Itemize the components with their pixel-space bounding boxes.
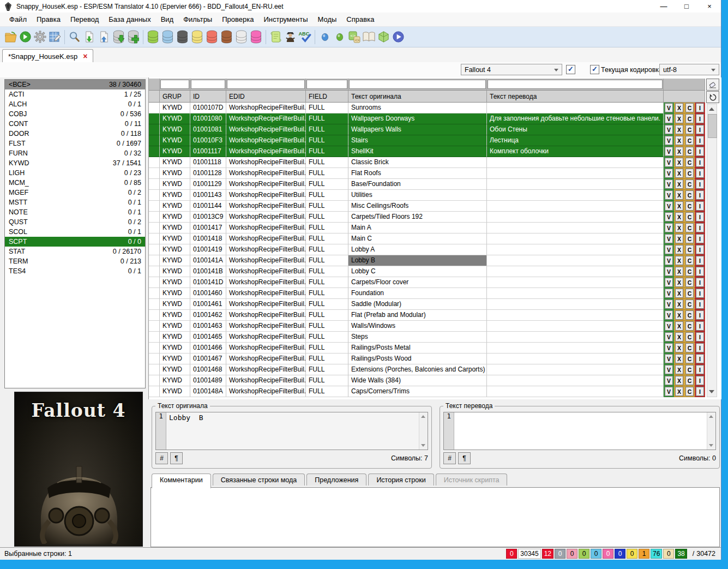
ignore-row-button[interactable]: I	[695, 157, 705, 168]
copy-row-button[interactable]: C	[684, 343, 695, 354]
cell-id[interactable]: 01001468	[190, 364, 226, 375]
header-edid[interactable]: EDID	[226, 91, 306, 103]
copy-row-button[interactable]: C	[684, 310, 695, 321]
row-marker[interactable]	[149, 223, 160, 233]
cell-translation-text[interactable]	[487, 310, 664, 321]
row-marker[interactable]	[149, 375, 160, 386]
cell-id[interactable]: 010013C9	[190, 212, 226, 223]
cell-translation-text[interactable]	[487, 244, 664, 255]
filter-translation-input[interactable]	[488, 80, 663, 89]
cell-edid[interactable]: WorkshopRecipeFilterBuil...	[226, 168, 306, 179]
cell-original-text[interactable]: Lobby C	[348, 266, 487, 277]
cell-field[interactable]: FULL	[306, 332, 348, 343]
db-green-icon[interactable]	[146, 29, 160, 45]
copy-row-button[interactable]: C	[684, 354, 695, 364]
cell-original-text[interactable]: Main A	[348, 223, 487, 233]
reject-row-button[interactable]: X	[674, 168, 684, 179]
cell-grup[interactable]: KYWD	[160, 364, 190, 375]
bottom-tab[interactable]: Источник скрипта	[436, 474, 508, 486]
cell-original-text[interactable]: Extensions (Porches, Balconies and Carpo…	[348, 364, 487, 375]
cell-grup[interactable]: KYWD	[160, 190, 190, 201]
copy-row-button[interactable]: C	[684, 135, 695, 146]
cell-edid[interactable]: WorkshopRecipeFilterBuil...	[226, 212, 306, 223]
cell-translation-text[interactable]	[487, 168, 664, 179]
validate-row-button[interactable]: V	[664, 146, 674, 157]
cell-edid[interactable]: WorkshopRecipeFilterBuil...	[226, 157, 306, 168]
menu-item[interactable]: Инструменты	[258, 14, 312, 25]
cell-field[interactable]: FULL	[306, 135, 348, 146]
save-import-icon[interactable]	[82, 29, 97, 45]
cell-field[interactable]: FULL	[306, 223, 348, 233]
cell-field[interactable]: FULL	[306, 288, 348, 299]
db-yellow-icon[interactable]	[190, 29, 204, 45]
dictionary-book-icon[interactable]	[362, 29, 376, 45]
row-marker[interactable]	[149, 343, 160, 354]
encoding-checkbox[interactable]: ✓	[590, 65, 599, 74]
record-group-item[interactable]: MSTT 0 / 1	[5, 197, 145, 207]
bottom-tab[interactable]: Комментарии	[152, 474, 211, 488]
ignore-row-button[interactable]: I	[695, 310, 705, 321]
hash-button[interactable]: #	[155, 452, 168, 464]
validate-row-button[interactable]: V	[664, 310, 674, 321]
copy-row-button[interactable]: C	[684, 375, 695, 386]
open-folder-icon[interactable]	[3, 29, 18, 45]
translate-grid-icon[interactable]	[47, 29, 62, 45]
cell-original-text[interactable]: Misc Ceilings/Roofs	[348, 201, 487, 212]
copy-row-button[interactable]: C	[684, 321, 695, 332]
cell-id[interactable]: 01001143	[190, 190, 226, 201]
validate-row-button[interactable]: V	[664, 364, 674, 375]
cell-original-text[interactable]: Flat (Prefab and Modular)	[348, 310, 487, 321]
db-black-icon[interactable]	[175, 29, 190, 45]
option-checkbox[interactable]: ✓	[566, 65, 575, 74]
tab-close-icon[interactable]: ×	[83, 52, 87, 61]
cell-edid[interactable]: WorkshopRecipeFilterBuil...	[226, 266, 306, 277]
reject-row-button[interactable]: X	[674, 386, 684, 397]
cell-translation-text[interactable]	[487, 364, 664, 375]
close-button[interactable]: ×	[698, 0, 721, 13]
copy-row-button[interactable]: C	[684, 244, 695, 255]
filter-edid-input[interactable]	[227, 80, 305, 89]
cell-edid[interactable]: WorkshopRecipeFilterBuil...	[226, 179, 306, 190]
scroll-up-icon[interactable]	[709, 415, 713, 418]
record-group-item[interactable]: CONT 0 / 11	[5, 119, 145, 129]
cell-edid[interactable]: WorkshopRecipeFilterBuil...	[226, 343, 306, 354]
paragraph-marks-button[interactable]: ¶	[170, 452, 183, 464]
validate-row-button[interactable]: V	[664, 288, 674, 299]
cell-edid[interactable]: WorkshopRecipeFilterBuil...	[226, 288, 306, 299]
db-blue-icon[interactable]	[160, 29, 175, 45]
row-marker[interactable]	[149, 244, 160, 255]
reject-row-button[interactable]: X	[674, 277, 684, 288]
cell-translation-text[interactable]	[487, 386, 664, 397]
menu-item[interactable]: Моды	[313, 14, 342, 25]
copy-row-button[interactable]: C	[684, 124, 695, 135]
cell-original-text[interactable]: Lobby B	[348, 255, 487, 266]
record-group-item[interactable]: TES4 0 / 1	[5, 266, 145, 276]
cell-translation-text[interactable]	[487, 266, 664, 277]
record-group-item[interactable]: SCPT 0 / 0	[5, 237, 145, 247]
row-marker[interactable]	[149, 168, 160, 179]
cell-id[interactable]: 01001117	[190, 146, 226, 157]
cell-grup[interactable]: KYWD	[160, 233, 190, 244]
validate-row-button[interactable]: V	[664, 103, 674, 113]
cell-id[interactable]: 01001118	[190, 157, 226, 168]
cell-translation-text[interactable]	[487, 223, 664, 233]
document-tab[interactable]: *Snappy_HouseK.esp ×	[2, 49, 93, 63]
reject-row-button[interactable]: X	[674, 332, 684, 343]
cell-original-text[interactable]: Wallpapers Doorways	[348, 113, 487, 124]
row-marker[interactable]	[149, 212, 160, 223]
record-group-item[interactable]: SCOL 0 / 1	[5, 227, 145, 237]
cell-grup[interactable]: KYWD	[160, 135, 190, 146]
copy-row-button[interactable]: C	[684, 277, 695, 288]
cell-edid[interactable]: WorkshopRecipeFilterBuil...	[226, 135, 306, 146]
record-group-item[interactable]: COBJ 0 / 536	[5, 109, 145, 119]
cell-original-text[interactable]: Stairs	[348, 135, 487, 146]
script-scroll-icon[interactable]	[268, 29, 283, 45]
menu-item[interactable]: Фильтры	[178, 14, 217, 25]
cell-field[interactable]: FULL	[306, 179, 348, 190]
cell-id[interactable]: 01001419	[190, 244, 226, 255]
run-icon[interactable]	[18, 29, 33, 45]
header-translation[interactable]: Текст перевода	[487, 91, 664, 103]
row-marker[interactable]	[149, 103, 160, 113]
ignore-row-button[interactable]: I	[695, 266, 705, 277]
validate-row-button[interactable]: V	[664, 223, 674, 233]
